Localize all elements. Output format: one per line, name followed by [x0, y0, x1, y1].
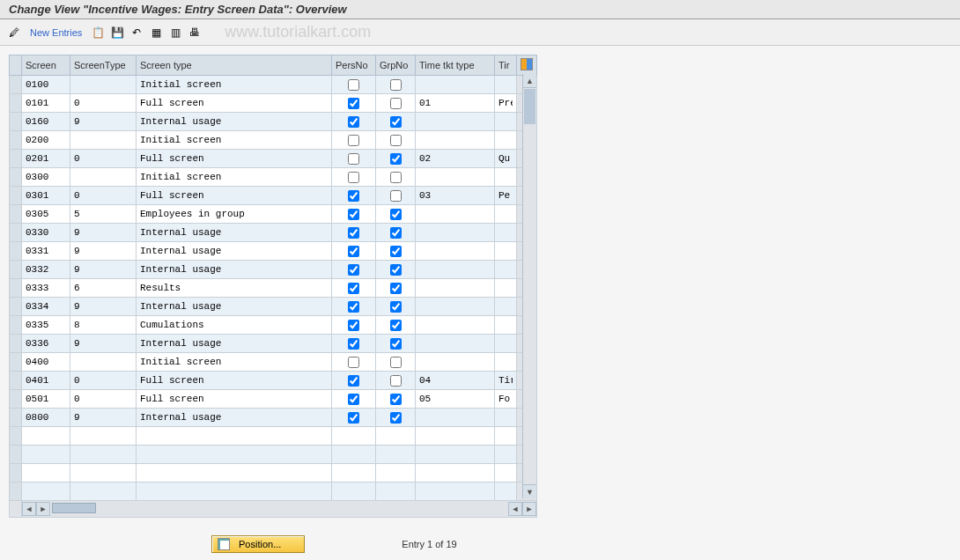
cell-screen[interactable] [22, 113, 70, 130]
row-handle[interactable] [10, 390, 22, 409]
cell-trunc[interactable] [495, 261, 516, 278]
checkbox-grpno[interactable] [390, 190, 402, 202]
cell-timetkt[interactable] [416, 409, 494, 426]
configure-columns[interactable] [517, 55, 537, 76]
checkbox-persno[interactable] [348, 209, 359, 220]
deselect-icon[interactable]: ▥ [168, 26, 182, 40]
checkbox-persno[interactable] [348, 357, 359, 368]
cell-screentype[interactable] [70, 261, 136, 278]
cell-screentype[interactable] [70, 150, 136, 167]
cell-timetkt[interactable] [416, 427, 494, 445]
checkbox-grpno[interactable] [390, 116, 402, 128]
vscroll-down-icon[interactable]: ▼ [523, 484, 536, 498]
checkbox-grpno[interactable] [390, 375, 402, 387]
print-icon[interactable]: 🖶 [188, 26, 202, 40]
cell-screentype[interactable] [70, 483, 136, 500]
checkbox-grpno[interactable] [390, 209, 402, 220]
cell-trunc[interactable] [495, 150, 516, 167]
row-handle[interactable] [10, 298, 22, 316]
cell-trunc[interactable] [495, 94, 516, 112]
cell-screen[interactable] [22, 409, 70, 426]
cell-screentype[interactable] [70, 390, 136, 408]
row-handle[interactable] [10, 261, 22, 279]
cell-timetkt[interactable] [416, 316, 494, 334]
cell-screentype[interactable] [70, 168, 136, 186]
cell-screen[interactable] [22, 261, 70, 278]
cell-screentype-name[interactable] [137, 483, 331, 500]
row-handle[interactable] [10, 427, 22, 446]
col-header-screentype-name[interactable]: Screen type [137, 55, 332, 76]
cell-timetkt[interactable] [416, 242, 494, 260]
cell-screen[interactable] [22, 372, 70, 389]
col-header-persno[interactable]: PersNo [332, 55, 376, 76]
hscroll-left-icon[interactable]: ◄ [22, 502, 36, 516]
row-handle[interactable] [10, 224, 22, 242]
row-handle[interactable] [10, 372, 22, 390]
toggle-icon[interactable]: 🖉 [7, 26, 21, 40]
cell-screen[interactable] [22, 168, 70, 186]
cell-timetkt[interactable] [416, 335, 494, 352]
cell-screen[interactable] [22, 316, 70, 334]
checkbox-persno[interactable] [348, 246, 359, 257]
cell-screentype[interactable] [70, 353, 136, 371]
cell-timetkt[interactable] [416, 205, 494, 223]
col-header-grpno[interactable]: GrpNo [376, 55, 416, 76]
hscroll-thumb[interactable] [52, 503, 96, 513]
row-handle[interactable] [10, 113, 22, 131]
cell-screentype[interactable] [70, 224, 136, 241]
checkbox-grpno[interactable] [390, 79, 402, 91]
cell-screentype[interactable] [70, 316, 136, 334]
cell-timetkt[interactable] [416, 150, 494, 167]
row-handle[interactable] [10, 94, 22, 113]
cell-timetkt[interactable] [416, 131, 494, 149]
cell-screentype[interactable] [70, 76, 136, 93]
cell-timetkt[interactable] [416, 353, 494, 371]
cell-screentype[interactable] [70, 335, 136, 352]
checkbox-grpno[interactable] [390, 283, 402, 294]
cell-screentype-name[interactable] [137, 446, 331, 463]
checkbox-persno[interactable] [348, 320, 359, 331]
checkbox-grpno[interactable] [390, 98, 402, 109]
cell-screen[interactable] [22, 187, 70, 204]
new-entries-button[interactable]: New Entries [26, 27, 85, 38]
cell-trunc[interactable] [495, 76, 516, 93]
cell-screentype-name[interactable] [137, 279, 331, 297]
cell-screentype-name[interactable] [137, 464, 331, 482]
cell-timetkt[interactable] [416, 446, 494, 463]
checkbox-persno[interactable] [348, 301, 359, 313]
cell-timetkt[interactable] [416, 390, 494, 408]
cell-screen[interactable] [22, 76, 70, 93]
checkbox-persno[interactable] [348, 338, 359, 350]
vertical-scrollbar[interactable]: ▲ ▼ [522, 74, 536, 498]
vscroll-up-icon[interactable]: ▲ [523, 74, 536, 88]
row-handle[interactable] [10, 279, 22, 298]
cell-timetkt[interactable] [416, 224, 494, 241]
checkbox-grpno[interactable] [390, 394, 402, 405]
cell-screen[interactable] [22, 446, 70, 463]
checkbox-persno[interactable] [348, 172, 359, 183]
cell-screentype-name[interactable] [137, 427, 331, 445]
cell-timetkt[interactable] [416, 113, 494, 130]
cell-screentype-name[interactable] [137, 335, 331, 352]
cell-screen[interactable] [22, 242, 70, 260]
cell-timetkt[interactable] [416, 464, 494, 482]
cell-screentype-name[interactable] [137, 205, 331, 223]
row-handle[interactable] [10, 242, 22, 261]
cell-screen[interactable] [22, 335, 70, 352]
cell-timetkt[interactable] [416, 298, 494, 315]
cell-trunc[interactable] [495, 205, 516, 223]
cell-trunc[interactable] [495, 353, 516, 371]
cell-screen[interactable] [22, 150, 70, 167]
checkbox-persno[interactable] [348, 264, 359, 276]
cell-trunc[interactable] [495, 168, 516, 186]
cell-screentype-name[interactable] [137, 316, 331, 334]
checkbox-persno[interactable] [348, 79, 359, 91]
cell-timetkt[interactable] [416, 261, 494, 278]
col-header-screen[interactable]: Screen [22, 55, 70, 76]
cell-trunc[interactable] [495, 187, 516, 204]
cell-screen[interactable] [22, 224, 70, 241]
row-handle[interactable] [10, 483, 22, 501]
cell-screentype-name[interactable] [137, 242, 331, 260]
checkbox-grpno[interactable] [390, 412, 402, 424]
checkbox-grpno[interactable] [390, 135, 402, 146]
